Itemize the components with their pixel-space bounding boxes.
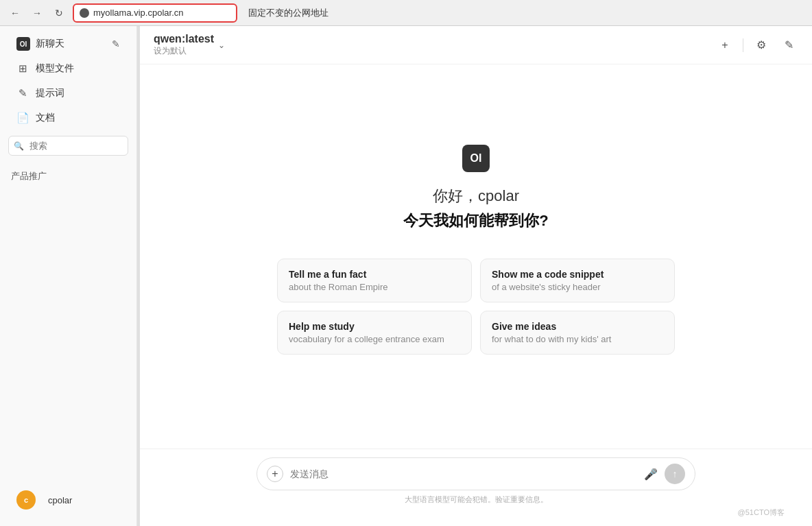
input-row: + 🎤 ↑ — [256, 457, 695, 490]
suggestion-card-0[interactable]: Tell me a fun fact about the Roman Empir… — [277, 259, 472, 302]
settings-button[interactable]: ⚙ — [752, 36, 771, 55]
chevron-down-icon: ⌄ — [218, 40, 225, 50]
model-info: qwen:latest 设为默认 — [154, 33, 214, 57]
welcome-text: 你好，cpolar 今天我如何能帮到你? — [403, 186, 548, 231]
edit-chat-button[interactable]: ✎ — [779, 36, 798, 55]
divider — [743, 38, 743, 52]
docs-icon: 📄 — [16, 112, 29, 124]
suggestion-card-1[interactable]: Show me a code snippet of a website's st… — [480, 259, 675, 302]
models-icon: ⊞ — [16, 62, 29, 75]
send-button[interactable]: ↑ — [665, 464, 685, 484]
sidebar-item-prompts[interactable]: ✎ 提示词 — [5, 82, 131, 105]
new-chat-label: 新聊天 — [36, 38, 64, 50]
model-name: qwen:latest — [154, 33, 214, 45]
sidebar-search-wrapper: 🔍 — [8, 136, 128, 156]
welcome-section: OI 你好，cpolar 今天我如何能帮到你? — [403, 145, 548, 231]
chat-area: OI 你好，cpolar 今天我如何能帮到你? Tell me a fun fa… — [140, 64, 812, 449]
ollama-logo: OI — [16, 37, 30, 51]
search-input[interactable] — [8, 136, 128, 156]
new-chat-row[interactable]: OI 新聊天 ✎ — [5, 32, 131, 56]
card-title-1: Show me a code snippet — [492, 269, 663, 280]
user-avatar: c — [16, 490, 36, 510]
suggestion-card-3[interactable]: Give me ideas for what to do with my kid… — [480, 311, 675, 355]
disclaimer: 大型语言模型可能会犯错。验证重要信息。 — [154, 494, 798, 507]
prompts-icon: ✎ — [16, 87, 29, 99]
mic-button[interactable]: 🎤 — [644, 468, 658, 481]
forward-button[interactable]: → — [29, 5, 45, 21]
top-bar: qwen:latest 设为默认 ⌄ + ⚙ ✎ — [140, 26, 812, 64]
model-subtitle: 设为默认 — [154, 45, 214, 57]
sidebar-prompts-label: 提示词 — [36, 87, 64, 99]
app-container: OI 新聊天 ✎ ⊞ 模型文件 ✎ 提示词 📄 文档 🔍 产品推广 c — [0, 26, 812, 526]
card-subtitle-0: about the Roman Empire — [289, 282, 460, 292]
plus-button[interactable]: + — [715, 36, 735, 55]
model-selector[interactable]: qwen:latest 设为默认 ⌄ — [154, 33, 225, 57]
card-subtitle-2: vocabulary for a college entrance exam — [289, 334, 460, 344]
sidebar-bottom: c cpolar — [0, 479, 136, 521]
watermark: @51CTO博客 — [154, 507, 798, 521]
edit-icon[interactable]: ✎ — [112, 38, 120, 49]
suggestion-cards: Tell me a fun fact about the Roman Empir… — [277, 259, 675, 355]
back-button[interactable]: ← — [7, 5, 23, 21]
sidebar-item-docs[interactable]: 📄 文档 — [5, 106, 131, 130]
browser-chrome: ← → ↻ myollama.vip.cpolar.cn 固定不变的公网地址 — [0, 0, 812, 26]
sidebar-item-models[interactable]: ⊞ 模型文件 — [5, 57, 131, 80]
sidebar: OI 新聊天 ✎ ⊞ 模型文件 ✎ 提示词 📄 文档 🔍 产品推广 c — [0, 26, 137, 526]
input-area: + 🎤 ↑ 大型语言模型可能会犯错。验证重要信息。 @51CTO博客 — [140, 449, 812, 526]
welcome-question: 今天我如何能帮到你? — [403, 211, 548, 231]
search-icon: 🔍 — [14, 141, 24, 151]
top-bar-actions: + ⚙ ✎ — [715, 36, 798, 55]
sidebar-promo: 产品推广 — [0, 164, 136, 188]
card-subtitle-3: for what to do with my kids' art — [492, 334, 663, 344]
suggestion-card-2[interactable]: Help me study vocabulary for a college e… — [277, 311, 472, 355]
address-bar-wrapper: myollama.vip.cpolar.cn — [73, 3, 237, 23]
welcome-logo: OI — [462, 145, 490, 172]
favicon — [80, 8, 89, 18]
sidebar-docs-label: 文档 — [36, 112, 55, 124]
chat-input[interactable] — [290, 468, 637, 479]
welcome-greeting: 你好，cpolar — [403, 186, 548, 206]
address-annotation: 固定不变的公网地址 — [248, 7, 329, 19]
user-name: cpolar — [48, 495, 72, 505]
address-text: myollama.vip.cpolar.cn — [93, 8, 230, 18]
main-content: qwen:latest 设为默认 ⌄ + ⚙ ✎ OI 你好，cpolar 今天… — [140, 26, 812, 526]
card-subtitle-1: of a website's sticky header — [492, 282, 663, 292]
card-title-0: Tell me a fun fact — [289, 269, 460, 280]
reload-button[interactable]: ↻ — [51, 5, 67, 21]
attach-button[interactable]: + — [267, 466, 283, 482]
card-title-2: Help me study — [289, 321, 460, 332]
card-title-3: Give me ideas — [492, 321, 663, 332]
promo-label: 产品推广 — [11, 171, 47, 181]
sidebar-models-label: 模型文件 — [36, 62, 74, 75]
